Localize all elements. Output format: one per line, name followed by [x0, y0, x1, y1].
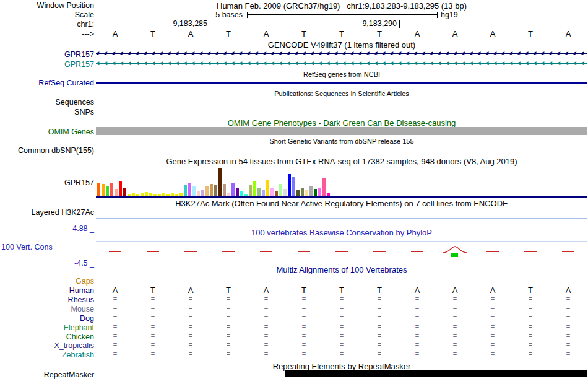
gtex-expression-bar[interactable]	[327, 193, 330, 196]
gtex-expression-bar[interactable]	[283, 189, 287, 196]
gtex-expression-bar[interactable]	[205, 186, 209, 196]
gtex-expression-bar[interactable]	[214, 185, 217, 196]
multiz-align-mark: =	[151, 304, 155, 312]
refseq-track-line[interactable]	[96, 82, 587, 84]
ruler-base: A	[264, 29, 269, 38]
gtex-expression-bar[interactable]	[145, 192, 148, 196]
gtex-expression-bar[interactable]	[106, 186, 109, 196]
gtex-expression-bar[interactable]	[262, 190, 265, 196]
gtex-expression-bar[interactable]	[132, 193, 135, 196]
multiz-align-mark: =	[529, 341, 532, 348]
gtex-expression-bar[interactable]	[188, 183, 191, 196]
multiz-align-mark: =	[151, 323, 155, 330]
gtex-expression-bar[interactable]	[279, 184, 282, 196]
gtex-expression-bar[interactable]	[322, 178, 326, 196]
gtex-expression-bar[interactable]	[314, 189, 317, 196]
gtex-expression-bar[interactable]	[240, 191, 243, 196]
gtex-expression-bar[interactable]	[175, 194, 178, 196]
multiz-align-mark: =	[491, 304, 495, 312]
gtex-expression-bar[interactable]	[249, 185, 252, 196]
gtex-expression-bar[interactable]	[141, 193, 144, 196]
multiz-align-mark: =	[113, 313, 117, 321]
gtex-expression-bar[interactable]	[110, 183, 113, 196]
gencode-transcript-row[interactable]: <<<<<<<<<<<<<<<<<<<<<<<<<<<<<<<<<<<<<<<<…	[96, 50, 587, 58]
gtex-expression-bar[interactable]	[231, 183, 235, 196]
gtex-expression-bar[interactable]	[318, 188, 321, 196]
gtex-expression-bar[interactable]	[149, 193, 152, 196]
gtex-gene-label[interactable]: GPR157	[64, 178, 94, 187]
multiz-align-mark: =	[302, 323, 306, 330]
gtex-expression-bar[interactable]	[270, 188, 274, 196]
gtex-expression-bar[interactable]	[153, 194, 157, 196]
gtex-expression-bar[interactable]	[244, 194, 248, 196]
gtex-expression-bar[interactable]	[136, 194, 139, 196]
multiz-title: Multiz Alignments of 100 Vertebrates	[96, 265, 587, 274]
gtex-expression-bar[interactable]	[97, 183, 100, 196]
multiz-species-label-dog[interactable]: Dog	[80, 314, 94, 323]
gtex-expression-bar[interactable]	[227, 193, 230, 196]
gtex-expression-bar[interactable]	[179, 193, 183, 196]
gtex-expression-bar[interactable]	[292, 177, 295, 196]
gtex-expression-bar[interactable]	[236, 188, 239, 196]
multiz-species-label-rhesus[interactable]: Rhesus	[68, 295, 94, 304]
multiz-species-label-chicken[interactable]: Chicken	[66, 333, 94, 341]
gtex-expression-bar[interactable]	[102, 184, 105, 196]
gencode-transcript-row[interactable]: <<<<<<<<<<<<<<<<<<<<<<<<<<<<<<<<<<<<<<<<…	[96, 59, 587, 68]
gtex-expression-bar[interactable]	[171, 193, 174, 196]
phylop-negative-dash	[298, 251, 310, 252]
gtex-expression-bar[interactable]	[275, 191, 278, 196]
gtex-expression-bar[interactable]	[115, 189, 118, 196]
sequences-track-label[interactable]: Sequences	[55, 98, 94, 107]
gtex-expression-bar[interactable]	[123, 188, 126, 196]
refseq-track-label[interactable]: RefSeq Curated	[38, 79, 94, 87]
multiz-align-mark: =	[264, 332, 268, 339]
gtex-expression-bar[interactable]	[301, 188, 304, 196]
gtex-expression-bar[interactable]	[197, 191, 200, 196]
gtex-expression-bar[interactable]	[305, 190, 308, 196]
refseq-title: RefSeq genes from NCBI	[96, 71, 587, 78]
gtex-expression-bar[interactable]	[253, 181, 256, 196]
gtex-expression-bar[interactable]	[257, 188, 261, 196]
multiz-species-label-x_tropicalis[interactable]: X_tropicalis	[54, 341, 94, 350]
gtex-title: Gene Expression in 54 tissues from GTEx …	[96, 157, 587, 166]
gtex-expression-bar[interactable]	[119, 181, 122, 196]
gtex-expression-bar[interactable]	[201, 190, 204, 196]
strand-label: --->	[82, 30, 94, 38]
gtex-expression-bar[interactable]	[288, 174, 291, 196]
genome-browser-image[interactable]: Window Position Human Feb. 2009 (GRCh37/…	[0, 0, 588, 389]
gtex-expression-bar[interactable]	[128, 194, 131, 196]
multiz-species-label-zebrafish[interactable]: Zebrafish	[62, 351, 94, 359]
phylop-max-label: 4.88 _	[72, 224, 94, 233]
multiz-align-mark: =	[227, 313, 230, 321]
gtex-expression-bar[interactable]	[192, 186, 196, 196]
repeatmasker-element-bar[interactable]	[285, 370, 587, 377]
gtex-expression-bar[interactable]	[218, 168, 222, 196]
gtex-expression-bar[interactable]	[158, 194, 161, 196]
gtex-expression-bar[interactable]	[266, 180, 269, 196]
ruler-base: T	[226, 29, 231, 38]
gtex-expression-bar[interactable]	[184, 185, 187, 196]
snps-track-label[interactable]: SNPs	[74, 108, 94, 116]
multiz-align-mark: =	[378, 313, 381, 321]
omim-track-label[interactable]: OMIM Genes	[48, 128, 94, 136]
multiz-align-mark: =	[453, 341, 457, 348]
phylop-track-label[interactable]: 100 Vert. Cons	[1, 243, 53, 251]
gtex-expression-bar[interactable]	[296, 190, 300, 196]
multiz-species-label-elephant[interactable]: Elephant	[64, 323, 94, 332]
repeatmasker-track-label[interactable]: RepeatMasker	[44, 370, 94, 379]
gtex-expression-bar[interactable]	[309, 186, 313, 196]
multiz-species-label-mouse[interactable]: Mouse	[71, 305, 94, 313]
multiz-align-mark: =	[264, 350, 268, 357]
omim-gene-bar[interactable]	[96, 127, 587, 135]
gencode-gene-label-1[interactable]: GPR157	[64, 50, 94, 59]
multiz-human-base: A	[113, 286, 118, 295]
gtex-expression-bar[interactable]	[166, 194, 170, 196]
multiz-species-label-human[interactable]: Human	[69, 286, 94, 295]
dbsnp-track-label[interactable]: Common dbSNP(155)	[18, 146, 94, 155]
gencode-gene-label-2[interactable]: GPR157	[64, 60, 94, 69]
multiz-species-label-gaps[interactable]: Gaps	[76, 277, 94, 286]
h3k27ac-track-label[interactable]: Layered H3K27Ac	[32, 208, 94, 217]
gtex-expression-bar[interactable]	[162, 193, 165, 196]
gtex-expression-bar[interactable]	[210, 184, 213, 196]
gtex-expression-bar[interactable]	[223, 184, 226, 196]
